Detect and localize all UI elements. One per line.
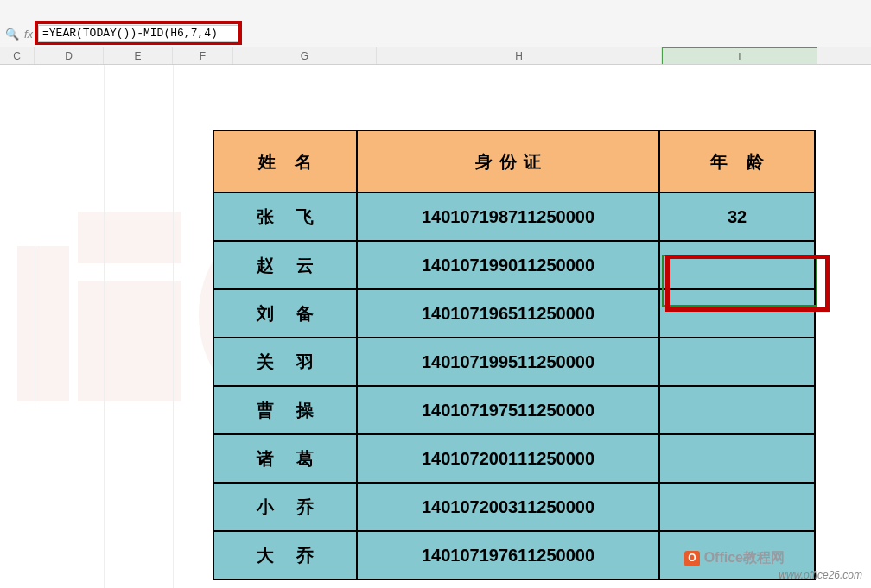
table-row: 关 羽 140107199511250000 — [213, 338, 815, 386]
table-row: 张 飞 140107198711250000 32 — [213, 193, 815, 241]
table-row: 刘 备 140107196511250000 — [213, 289, 815, 338]
gridline — [173, 65, 174, 588]
gridline — [35, 65, 35, 588]
cell-name[interactable]: 赵 云 — [213, 241, 357, 289]
cell-id[interactable]: 140107200111250000 — [357, 434, 659, 483]
url-watermark: www.office26.com — [779, 569, 862, 581]
cell-age[interactable] — [659, 241, 815, 289]
table-row: 诸 葛 140107200111250000 — [213, 434, 815, 483]
col-header-D[interactable]: D — [35, 47, 104, 64]
cell-age[interactable] — [659, 483, 815, 531]
cell-id[interactable]: 140107196511250000 — [357, 289, 659, 338]
header-id[interactable]: 身份证 — [357, 130, 659, 193]
col-header-C[interactable]: C — [0, 47, 35, 64]
table-row: 小 乔 140107200311250000 — [213, 483, 815, 531]
formula-icons: 🔍 fx — [5, 28, 33, 41]
cell-name[interactable]: 小 乔 — [213, 483, 357, 531]
cell-name[interactable]: 刘 备 — [213, 289, 357, 338]
data-table: 姓 名 身份证 年 龄 张 飞 140107198711250000 32 赵 … — [213, 130, 816, 580]
cell-name[interactable]: 张 飞 — [213, 193, 357, 241]
cell-name[interactable]: 诸 葛 — [213, 434, 357, 483]
cell-age[interactable] — [659, 386, 815, 434]
column-header-row: C D E F G H I — [0, 47, 871, 65]
cell-age[interactable] — [659, 289, 815, 338]
gridline — [104, 65, 105, 588]
cell-name[interactable]: 大 乔 — [213, 531, 357, 579]
cell-age[interactable] — [659, 338, 815, 386]
cell-id[interactable]: 140107199511250000 — [357, 338, 659, 386]
cell-age[interactable]: 32 — [659, 193, 815, 241]
col-header-I[interactable]: I — [662, 47, 817, 64]
formula-bar-area: 🔍 fx — [0, 0, 871, 47]
fx-icon[interactable]: fx — [24, 28, 33, 41]
cell-id[interactable]: 140107197511250000 — [357, 386, 659, 434]
col-header-F[interactable]: F — [173, 47, 233, 64]
col-header-G[interactable]: G — [233, 47, 377, 64]
table-row: 曹 操 140107197511250000 — [213, 386, 815, 434]
header-name[interactable]: 姓 名 — [213, 130, 357, 193]
cell-id[interactable]: 140107197611250000 — [357, 531, 659, 579]
col-header-H[interactable]: H — [377, 47, 662, 64]
cell-id[interactable]: 140107198711250000 — [357, 193, 659, 241]
col-header-E[interactable]: E — [104, 47, 173, 64]
cell-id[interactable]: 140107200311250000 — [357, 483, 659, 531]
table-header-row: 姓 名 身份证 年 龄 — [213, 130, 815, 193]
table-row: 赵 云 140107199011250000 — [213, 241, 815, 289]
office-icon — [684, 551, 700, 566]
cell-name[interactable]: 关 羽 — [213, 338, 357, 386]
cell-age[interactable] — [659, 434, 815, 483]
cell-id[interactable]: 140107199011250000 — [357, 241, 659, 289]
header-age[interactable]: 年 龄 — [659, 130, 815, 193]
brand-watermark: Office教程网 — [684, 549, 785, 567]
cell-name[interactable]: 曹 操 — [213, 386, 357, 434]
formula-input[interactable] — [38, 25, 238, 42]
spreadsheet-grid[interactable]: 姓 名 身份证 年 龄 张 飞 140107198711250000 32 赵 … — [0, 65, 871, 588]
formula-highlight-box — [35, 21, 242, 45]
search-icon[interactable]: 🔍 — [5, 28, 19, 41]
